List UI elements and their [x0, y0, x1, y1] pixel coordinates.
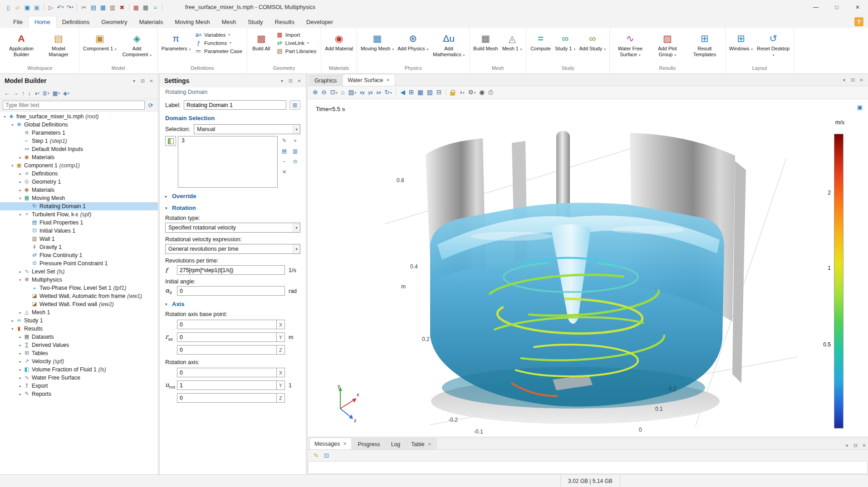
ribbon-button-add-material[interactable]: ◉Add Material — [324, 29, 354, 53]
tree-item-parameters-1[interactable]: πParameters 1 — [0, 129, 158, 137]
ribbon-button-functions[interactable]: ƒFunctions▾ — [193, 39, 245, 47]
ribbon-button-add-plot-group[interactable]: ▨Add Plot Group ▾ — [649, 29, 686, 58]
graphics-tab-graphics[interactable]: Graphics — [309, 75, 342, 86]
create-selection-icon[interactable]: ✎ — [280, 136, 289, 145]
plot-in-window-button[interactable]: ⊞ — [407, 88, 415, 97]
graphics-tab-water-surface[interactable]: Water Surface✕ — [343, 74, 395, 86]
ribbon-button-add-mathematics[interactable]: ΔuAdd Mathematics ▾ — [431, 29, 467, 58]
save-icon[interactable]: ▣ — [23, 2, 32, 12]
revolutions-input[interactable] — [177, 265, 285, 275]
tree-item-velocity[interactable]: ▸↗Velocity(spf) — [0, 357, 158, 365]
undo-icon[interactable]: ↶▾ — [56, 2, 65, 12]
plot-overlay-icon[interactable]: ▣ — [857, 104, 863, 111]
base-point-input-x[interactable] — [177, 320, 277, 329]
tree-expander-icon[interactable]: ▾ — [17, 213, 23, 217]
messages-tab-progress[interactable]: Progress — [353, 438, 385, 449]
selection-combo[interactable]: Manual ▾ — [194, 124, 300, 134]
graphics-float-icon[interactable]: ⊟ — [849, 76, 857, 84]
tree-expander-icon[interactable]: ▸ — [17, 368, 23, 372]
menu-tab-study[interactable]: Study — [242, 16, 269, 28]
build-all-icon[interactable]: ▩ — [132, 2, 141, 12]
build-mesh-icon[interactable]: ▦ — [141, 2, 150, 12]
rotation-axis-input-y[interactable] — [177, 380, 277, 390]
tree-expander-icon[interactable]: ▸ — [17, 335, 23, 339]
ribbon-button-application-builder[interactable]: AApplication Builder — [3, 29, 39, 58]
delete-icon[interactable]: ✖ — [118, 2, 127, 12]
tree-item-volume-fraction-of-fluid-1[interactable]: ▸◧Volume Fraction of Fluid 1(ls) — [0, 365, 158, 374]
ribbon-button-add-study[interactable]: ∞Add Study ▾ — [578, 29, 607, 53]
menu-tab-developer[interactable]: Developer — [300, 16, 339, 28]
tree-item-wall-1[interactable]: ▥Wall 1 — [0, 235, 158, 243]
graphics-menu-icon[interactable]: ▾ — [840, 76, 848, 84]
tree-expander-icon[interactable]: ▾ — [2, 115, 8, 119]
tree-item-export[interactable]: ▸↥Export — [0, 382, 158, 390]
rotation-axis-input-x[interactable] — [177, 368, 277, 377]
messages-close-icon[interactable]: ✕ — [860, 442, 868, 449]
tree-item-flow-continuity-1[interactable]: ⇄Flow Continuity 1 — [0, 251, 158, 259]
tree-item-moving-mesh[interactable]: ▾▦Moving Mesh — [0, 194, 158, 202]
collapse-options-icon[interactable]: ≣▾ — [41, 89, 51, 97]
tree-expander-icon[interactable]: ▸ — [17, 351, 23, 356]
scene-settings-button[interactable]: ⚙▾ — [467, 88, 477, 97]
tree-expander-icon[interactable]: ▸ — [17, 172, 23, 176]
section-rotation[interactable]: ▾ Rotation — [165, 205, 300, 211]
menu-tab-moving-mesh[interactable]: Moving Mesh — [169, 16, 216, 28]
label-options-button[interactable]: ▥ — [289, 100, 300, 110]
tree-item-wetted-wall-fixed-wall[interactable]: ◪Wetted Wall, Fixed wall(ww2) — [0, 300, 158, 308]
model-settings-icon[interactable]: ◈▾ — [62, 89, 71, 97]
menu-tab-mesh[interactable]: Mesh — [216, 16, 242, 28]
velocity-expression-combo-arrow-icon[interactable]: ▾ — [293, 244, 300, 253]
label-input[interactable] — [184, 100, 286, 110]
tree-expander-icon[interactable]: ▸ — [17, 376, 23, 380]
show-selection-colors-button[interactable]: ⊟ — [435, 88, 443, 97]
ribbon-button-compute[interactable]: =Compute — [529, 29, 552, 53]
copy-icon[interactable]: ▤ — [89, 2, 98, 12]
tree-expander-icon[interactable]: ▸ — [17, 343, 23, 347]
go-to-default-view-button[interactable]: ⌂ — [339, 88, 346, 97]
menu-tab-geometry[interactable]: Geometry — [95, 16, 133, 28]
tree-item-global-definitions[interactable]: ▾⊕Global Definitions — [0, 121, 158, 129]
tree-item-mesh-1[interactable]: ▸◬Mesh 1 — [0, 308, 158, 317]
open-file-icon[interactable]: ▱ — [13, 2, 22, 12]
tree-expander-icon[interactable]: ▾ — [17, 278, 23, 282]
ribbon-button-parameters[interactable]: πParameters ▾ — [160, 29, 192, 53]
ribbon-button-study-1[interactable]: ∞Study 1 ▾ — [553, 29, 577, 53]
section-axis[interactable]: ▾ Axis — [165, 301, 300, 307]
axis-collapse-icon[interactable]: ▾ — [165, 302, 170, 307]
tree-item-rotating-domain-1[interactable]: ↻Rotating Domain 1 — [0, 202, 158, 210]
menu-tab-home[interactable]: Home — [29, 16, 56, 28]
show-grid-button[interactable]: ▦ — [416, 88, 425, 97]
settings-float-icon[interactable]: ⊟ — [287, 77, 294, 85]
messages-float-icon[interactable]: ⊟ — [852, 442, 859, 449]
tree-item-free-surface-mixer-ls-mph[interactable]: ▾◈free_surface_mixer_ls.mph(root) — [0, 112, 158, 121]
tree-item-initial-values-1[interactable]: ⊡Initial Values 1 — [0, 227, 158, 235]
base-point-input-z[interactable] — [177, 345, 277, 355]
ribbon-button-part-libraries[interactable]: ▤Part Libraries — [274, 47, 319, 55]
tree-item-materials[interactable]: ▸◉Materials — [0, 186, 158, 194]
tree-item-fluid-properties-1[interactable]: ▤Fluid Properties 1 — [0, 219, 158, 227]
help-icon[interactable]: ? — [854, 17, 863, 26]
image-snapshot-button[interactable]: ◉ — [478, 88, 486, 97]
tree-item-materials[interactable]: ▸◉Materials — [0, 153, 158, 161]
tree-item-pressure-point-constraint-1[interactable]: ⊙Pressure Point Constraint 1 — [0, 259, 158, 268]
tree-item-study-1[interactable]: ▸∞Study 1 — [0, 317, 158, 325]
ribbon-button-component-1[interactable]: ▣Component 1 ▾ — [82, 29, 118, 53]
maximize-icon[interactable]: □ — [826, 0, 847, 15]
velocity-expression-combo[interactable]: General revolutions per time ▾ — [165, 244, 300, 254]
tree-item-multiphysics[interactable]: ▾⊛Multiphysics — [0, 276, 158, 284]
messages-tab-messages[interactable]: Messages✕ — [309, 438, 352, 449]
tree-item-water-free-surface[interactable]: ▸∿Water Free Surface — [0, 374, 158, 382]
lock-axis-button[interactable] — [449, 88, 456, 97]
nav-back-icon[interactable]: ← — [3, 89, 11, 97]
tree-item-component-1[interactable]: ▾▣Component 1(comp1) — [0, 161, 158, 170]
tree-table-icon[interactable]: ▦▾ — [51, 89, 61, 97]
section-override[interactable]: ▸ Override — [165, 193, 300, 200]
messages-menu-icon[interactable]: ▾ — [843, 442, 851, 449]
menu-tab-definitions[interactable]: Definitions — [56, 16, 96, 28]
zoom-in-button[interactable]: ⊕ — [311, 88, 319, 97]
cut-icon[interactable]: ✂ — [79, 2, 88, 12]
plane-xy-button[interactable]: xy — [358, 89, 366, 96]
selection-list[interactable]: 3 — [178, 136, 278, 188]
tree-item-geometry-1[interactable]: ▸◎Geometry 1 — [0, 178, 158, 186]
rotation-type-combo[interactable]: Specified rotational velocity ▾ — [165, 223, 300, 233]
